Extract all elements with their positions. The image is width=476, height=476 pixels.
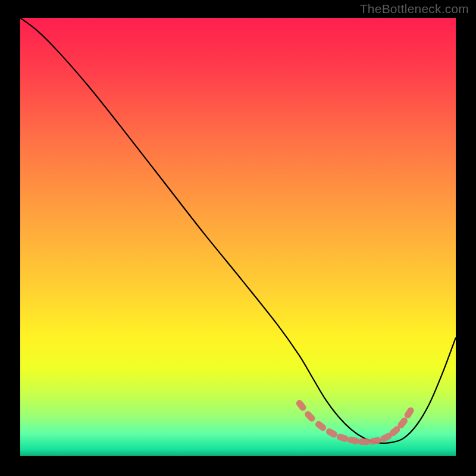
chart-frame: TheBottleneck.com [0,0,476,476]
watermark-text: TheBottleneck.com [360,2,469,16]
marker-pill [358,439,370,445]
bottleneck-chart [20,18,456,456]
